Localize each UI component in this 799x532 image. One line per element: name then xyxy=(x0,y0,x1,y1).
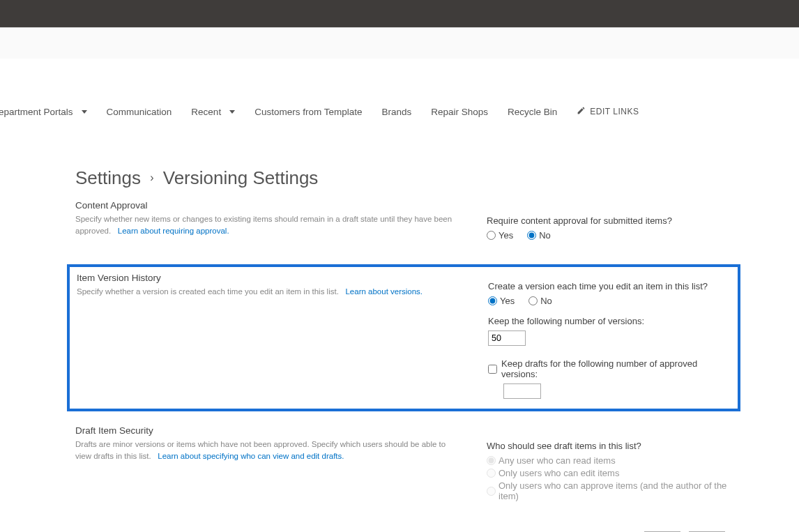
version-history-radios: Yes No xyxy=(488,296,731,306)
nav-customers-from-template[interactable]: Customers from Template xyxy=(254,107,362,117)
chevron-down-icon xyxy=(82,110,87,114)
nav-label: Recent xyxy=(191,107,221,117)
keep-drafts-label: Keep drafts for the following number of … xyxy=(501,358,731,379)
learn-about-versions-link[interactable]: Learn about versions. xyxy=(345,287,423,296)
content-approval-question: Require content approval for submitted i… xyxy=(487,215,732,226)
content-approval-radios: Yes No xyxy=(487,230,732,241)
nav-label: Communication xyxy=(107,107,172,117)
section-description: Specify whether new items or changes to … xyxy=(75,213,459,238)
page-content: Settings › Versioning Settings Content A… xyxy=(0,167,732,532)
radio-draft-any-reader[interactable]: Any user who can read items xyxy=(487,455,732,466)
breadcrumb-separator: › xyxy=(150,172,153,184)
keep-versions-input[interactable] xyxy=(488,330,526,346)
chevron-down-icon xyxy=(229,110,235,114)
nav-label: Recycle Bin xyxy=(508,107,557,117)
draft-security-question: Who should see draft items in this list? xyxy=(487,441,732,451)
edit-links-label: EDIT LINKS xyxy=(590,107,639,116)
breadcrumb-root[interactable]: Settings xyxy=(75,167,141,188)
radio-version-yes[interactable]: Yes xyxy=(488,296,515,306)
radio-input[interactable] xyxy=(487,231,496,240)
section-title: Item Version History xyxy=(77,273,460,283)
section-content-approval: Content Approval Specify whether new ite… xyxy=(75,193,732,257)
learn-about-drafts-link[interactable]: Learn about specifying who can view and … xyxy=(158,452,344,460)
pencil-icon xyxy=(577,106,586,117)
radio-input[interactable] xyxy=(487,469,496,478)
breadcrumb-current: Versioning Settings xyxy=(163,167,319,188)
radio-input[interactable] xyxy=(528,296,538,305)
draft-security-radios: Any user who can read items Only users w… xyxy=(487,455,732,501)
nav-communication[interactable]: Communication xyxy=(107,107,172,117)
section-description: Drafts are minor versions or items which… xyxy=(75,439,459,463)
nav-recent[interactable]: Recent xyxy=(191,107,235,117)
radio-version-no[interactable]: No xyxy=(528,296,552,306)
keep-drafts-input[interactable] xyxy=(503,383,541,399)
radio-content-approval-yes[interactable]: Yes xyxy=(487,230,513,241)
section-title: Draft Item Security xyxy=(75,425,459,436)
keep-drafts-checkbox-row: Keep drafts for the following number of … xyxy=(488,358,731,379)
section-description: Specify whether a version is created eac… xyxy=(77,286,460,298)
highlight-version-history: Item Version History Specify whether a v… xyxy=(67,264,740,411)
sub-bar xyxy=(0,28,799,59)
keep-versions-label: Keep the following number of versions: xyxy=(488,316,731,326)
nav-department-portals[interactable]: epartment Portals xyxy=(0,107,87,117)
section-draft-security: Draft Item Security Drafts are minor ver… xyxy=(75,418,732,510)
nav-repair-shops[interactable]: Repair Shops xyxy=(431,107,488,117)
section-version-history: Item Version History Specify whether a v… xyxy=(77,273,731,399)
breadcrumb: Settings › Versioning Settings xyxy=(75,167,732,189)
nav-label: Brands xyxy=(381,107,411,117)
radio-input[interactable] xyxy=(487,487,496,496)
radio-draft-editors[interactable]: Only users who can edit items xyxy=(487,468,732,478)
keep-drafts-checkbox[interactable] xyxy=(488,365,497,374)
radio-draft-approvers[interactable]: Only users who can approve items (and th… xyxy=(487,480,732,501)
nav-brands[interactable]: Brands xyxy=(381,107,411,117)
nav-recycle-bin[interactable]: Recycle Bin xyxy=(508,107,557,117)
radio-content-approval-no[interactable]: No xyxy=(527,230,551,241)
section-title: Content Approval xyxy=(75,200,459,211)
nav-label: epartment Portals xyxy=(0,107,73,117)
nav-label: Customers from Template xyxy=(254,107,362,117)
radio-input[interactable] xyxy=(488,296,497,305)
radio-input[interactable] xyxy=(487,456,496,465)
top-navigation: epartment Portals Communication Recent C… xyxy=(0,99,799,124)
nav-label: Repair Shops xyxy=(431,107,488,117)
learn-about-approval-link[interactable]: Learn about requiring approval. xyxy=(118,227,229,235)
top-app-bar xyxy=(0,0,799,28)
nav-edit-links[interactable]: EDIT LINKS xyxy=(577,106,639,117)
radio-input[interactable] xyxy=(527,231,536,240)
version-history-question: Create a version each time you edit an i… xyxy=(488,281,731,291)
